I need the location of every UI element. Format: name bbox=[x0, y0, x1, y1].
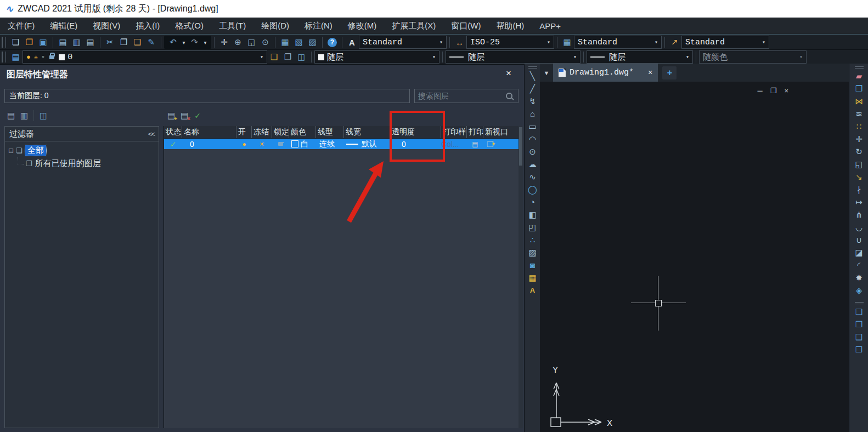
layer-lock-icon[interactable] bbox=[272, 142, 289, 146]
tab-list-dropdown[interactable]: ▼ bbox=[540, 70, 553, 76]
cut-button[interactable]: ✂ bbox=[103, 36, 117, 48]
layer-on-icon[interactable]: ● bbox=[236, 140, 252, 148]
column-plot[interactable]: 打印 bbox=[467, 126, 483, 138]
toolbar-grip[interactable] bbox=[525, 64, 540, 69]
restore-icon[interactable]: ❐ bbox=[770, 87, 777, 95]
new-button[interactable]: ❏ bbox=[9, 36, 22, 48]
collapse-filters-button[interactable]: << bbox=[148, 130, 154, 138]
save-button[interactable]: ▣ bbox=[36, 36, 50, 48]
extend-icon[interactable]: ↦ bbox=[849, 196, 868, 208]
layer-states-button[interactable]: ◫ bbox=[295, 51, 308, 63]
ellipse-arc-icon[interactable]: ◔ bbox=[525, 196, 540, 208]
point-icon[interactable]: ∴ bbox=[525, 234, 540, 246]
column-lineweight[interactable]: 线宽 bbox=[344, 126, 390, 138]
mirror-icon[interactable]: ⋈ bbox=[849, 95, 868, 107]
column-plot-style[interactable]: 打印样 bbox=[441, 126, 467, 138]
search-layer-input[interactable] bbox=[415, 92, 506, 100]
polyline-icon[interactable]: ↯ bbox=[525, 95, 540, 107]
trim-icon[interactable]: ∤ bbox=[849, 183, 868, 196]
break-at-point-icon[interactable]: ⋔ bbox=[849, 208, 868, 221]
linetype-select[interactable]: 随层 ▾ bbox=[446, 50, 580, 64]
spline-icon[interactable]: ∿ bbox=[525, 170, 540, 183]
undo-dropdown[interactable]: ▾ bbox=[180, 39, 188, 46]
scale-icon[interactable]: ◱ bbox=[849, 158, 868, 170]
create-block-icon[interactable]: ◰ bbox=[525, 221, 540, 234]
layer-freeze-icon[interactable]: ☀ bbox=[252, 140, 272, 148]
menu-dimension[interactable]: 标注(N) bbox=[297, 21, 340, 31]
paste-button[interactable]: ❑ bbox=[131, 36, 144, 48]
tab-close-icon[interactable]: × bbox=[648, 69, 652, 77]
make-layer-current-button[interactable]: ❏ bbox=[267, 51, 281, 63]
drawing-area[interactable]: ▼ Drawing1.dwg* × + ─ ❐ × bbox=[540, 64, 849, 432]
toolbar-grip[interactable] bbox=[849, 297, 868, 304]
zoom-window-button[interactable]: ◱ bbox=[245, 36, 258, 48]
draworder-front-icon[interactable]: ❏ bbox=[849, 305, 868, 318]
menu-app-plus[interactable]: APP+ bbox=[532, 21, 568, 31]
text-style-select[interactable]: Standard ▾ bbox=[359, 36, 447, 49]
break-icon[interactable]: ◡ bbox=[849, 221, 868, 234]
construction-line-icon[interactable]: ╱ bbox=[525, 82, 540, 95]
layer-row-0[interactable]: ✓ 0 ● ☀ 白 连续 默认 0 Col... ▤ ❒✦ bbox=[164, 139, 518, 149]
revision-cloud-icon[interactable]: ☁ bbox=[525, 158, 540, 170]
layer-manager-button[interactable]: ▤ bbox=[9, 51, 22, 63]
help-button[interactable]: ? bbox=[328, 38, 337, 47]
properties-palette-button[interactable]: ▦ bbox=[278, 36, 292, 48]
ellipse-icon[interactable]: ◯ bbox=[525, 183, 540, 196]
circle-icon[interactable]: ⊙ bbox=[525, 145, 540, 158]
zoom-previous-button[interactable]: ⊙ bbox=[258, 36, 272, 48]
column-freeze[interactable]: 冻结 bbox=[252, 126, 272, 138]
table-style-select[interactable]: Standard ▾ bbox=[574, 36, 662, 49]
tab-drawing1[interactable]: Drawing1.dwg* × bbox=[553, 64, 658, 82]
set-current-layer-button[interactable]: ✓ bbox=[191, 110, 204, 122]
new-tab-button[interactable]: + bbox=[662, 66, 677, 79]
offset-icon[interactable]: ≋ bbox=[849, 107, 868, 120]
menu-tools[interactable]: 工具(T) bbox=[211, 21, 253, 31]
plot-button[interactable]: ▤ bbox=[56, 36, 70, 48]
column-color[interactable]: 颜色 bbox=[289, 126, 316, 138]
column-name[interactable]: 名称 bbox=[182, 126, 236, 138]
column-on[interactable]: 开 bbox=[236, 126, 252, 138]
column-new-viewport[interactable]: 新视口 bbox=[483, 126, 518, 138]
stretch-icon[interactable]: ↘ bbox=[849, 170, 868, 183]
toolbar-grip[interactable] bbox=[849, 64, 868, 69]
insert-block-icon[interactable]: ◧ bbox=[525, 208, 540, 221]
zoom-realtime-button[interactable]: ⊕ bbox=[231, 36, 245, 48]
collapse-node-icon[interactable]: ⊟ bbox=[8, 147, 14, 155]
column-linetype[interactable]: 线型 bbox=[316, 126, 344, 138]
rotate-icon[interactable]: ↻ bbox=[849, 145, 868, 158]
menu-modify[interactable]: 修改(M) bbox=[340, 21, 385, 31]
tree-item-used-layers[interactable]: ❐ 所有已使用的图层 bbox=[13, 158, 101, 169]
chamfer-icon[interactable]: ◪ bbox=[849, 246, 868, 259]
menu-express-tools[interactable]: 扩展工具(X) bbox=[384, 21, 443, 31]
layer-select[interactable]: ● ✳ ▫ 0 ▾ bbox=[22, 50, 267, 64]
array-icon[interactable]: ∷ bbox=[849, 120, 868, 133]
menu-file[interactable]: 文件(F) bbox=[0, 21, 42, 31]
menu-insert[interactable]: 插入(I) bbox=[128, 21, 167, 31]
layer-new-viewport-icon[interactable]: ❒✦ bbox=[483, 140, 518, 149]
toolbar-grip[interactable] bbox=[2, 52, 6, 62]
lineweight-select[interactable]: 随层 ▾ bbox=[587, 50, 693, 64]
dim-style-select[interactable]: ISO-25 ▾ bbox=[466, 36, 554, 49]
open-button[interactable]: ❒ bbox=[22, 36, 36, 48]
minimize-icon[interactable]: ─ bbox=[758, 87, 763, 95]
menu-view[interactable]: 视图(V) bbox=[85, 21, 128, 31]
fillet-icon[interactable]: ◜ bbox=[849, 259, 868, 271]
layer-lineweight-cell[interactable]: 默认 bbox=[344, 139, 390, 149]
close-icon[interactable]: × bbox=[784, 87, 788, 95]
match-properties-button[interactable]: ✎ bbox=[144, 36, 158, 48]
erase-icon[interactable]: ▰ bbox=[849, 70, 868, 82]
new-layer-button[interactable]: ▤ + bbox=[165, 110, 178, 122]
layer-states-manager-button[interactable]: ◫ bbox=[37, 110, 50, 122]
delete-layer-button[interactable]: ▤ × bbox=[178, 110, 191, 122]
rectangle-icon[interactable]: ▭ bbox=[525, 120, 540, 133]
menu-edit[interactable]: 编辑(E) bbox=[42, 21, 85, 31]
new-property-filter-button[interactable]: ▤ bbox=[4, 110, 18, 122]
arc-icon[interactable]: ◠ bbox=[525, 133, 540, 145]
line-icon[interactable]: ╲ bbox=[525, 70, 540, 82]
redo-button[interactable]: ↷ bbox=[188, 36, 201, 48]
polygon-icon[interactable]: ⌂ bbox=[525, 107, 540, 120]
layer-plot-icon[interactable]: ▤ bbox=[467, 140, 483, 148]
new-group-filter-button[interactable]: ▥ bbox=[18, 110, 31, 122]
panel-close-button[interactable]: × bbox=[506, 68, 511, 79]
redo-dropdown[interactable]: ▾ bbox=[201, 39, 209, 46]
